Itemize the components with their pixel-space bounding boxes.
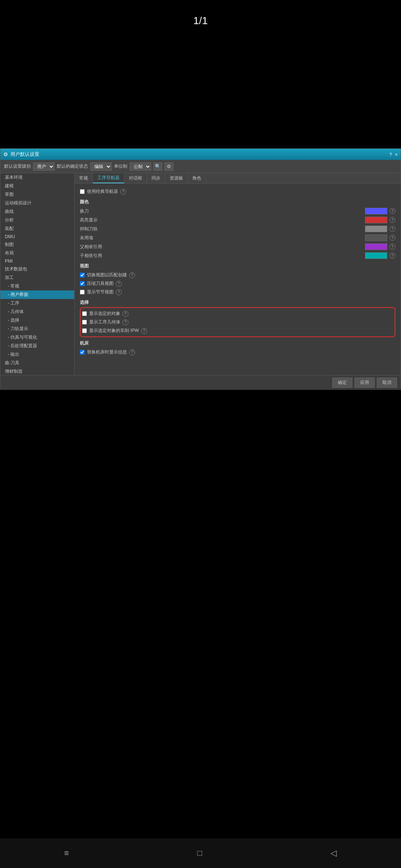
color-help[interactable]: ? xyxy=(389,253,395,259)
apply-button[interactable]: 应用 xyxy=(355,378,375,388)
view-help[interactable]: ? xyxy=(129,272,135,278)
tab-同步[interactable]: 同步 xyxy=(147,173,165,183)
color-row: 父相依引用 ? xyxy=(80,242,395,251)
view-section-header: 视图 xyxy=(80,263,395,269)
classic-navigator-checkbox[interactable] xyxy=(80,189,85,194)
default-level-select[interactable]: 用户 xyxy=(33,162,55,171)
selection-checkbox-row[interactable]: 显示选定的对象 ? xyxy=(82,309,393,318)
color-help[interactable]: ? xyxy=(389,208,395,214)
tree-item[interactable]: 曲线 xyxy=(0,207,74,216)
tree-item[interactable]: - 工序 xyxy=(0,299,74,308)
close-button[interactable]: × xyxy=(395,152,398,157)
back-nav-icon[interactable]: ◁ xyxy=(330,848,337,858)
tree-item[interactable]: - 常规 xyxy=(0,282,74,290)
view-checkbox-row[interactable]: 切换视图以匹配创建 ? xyxy=(80,271,395,279)
classic-navigator-row[interactable]: 使用经典导航器 ? xyxy=(80,187,395,196)
confirmed-state-select[interactable]: 编辑 xyxy=(90,162,112,171)
tree-item[interactable]: - 刀轨显示 xyxy=(0,325,74,333)
view-checkbox-row[interactable]: 压缩刀具视图 ? xyxy=(80,279,395,288)
tree-item[interactable]: 基本环境 xyxy=(0,173,74,182)
selection-help[interactable]: ? xyxy=(123,319,128,325)
machine-help[interactable]: ? xyxy=(129,349,135,355)
settings-toolbar-button[interactable]: ⚙ xyxy=(164,162,173,171)
selection-checkbox[interactable] xyxy=(82,311,87,316)
tree-item[interactable]: PMI xyxy=(0,257,74,265)
tree-item[interactable]: 加工 xyxy=(0,273,74,282)
cancel-button[interactable]: 取消 xyxy=(377,378,397,388)
title-bar: ⚙ 用户默认设置 ? × xyxy=(0,149,401,160)
color-help[interactable]: ? xyxy=(389,226,395,232)
tree-item[interactable]: 草图 xyxy=(0,190,74,199)
tab-角色[interactable]: 角色 xyxy=(188,173,206,183)
tree-item[interactable]: 运动模拟设计 xyxy=(0,199,74,207)
tree-item[interactable]: - 几何体 xyxy=(0,308,74,316)
machine-section-header: 机床 xyxy=(80,340,395,346)
help-button[interactable]: ? xyxy=(389,152,392,157)
tree-item[interactable]: 建模 xyxy=(0,182,74,190)
tree-item[interactable]: - 仿真与可视化 xyxy=(0,333,74,342)
color-swatch[interactable] xyxy=(365,226,387,232)
color-swatch[interactable] xyxy=(365,252,387,259)
machine-items: 替换机床时显示信息 ? xyxy=(80,348,395,356)
unit-select[interactable]: 公制 xyxy=(130,162,151,171)
color-help[interactable]: ? xyxy=(389,217,395,223)
tab-工序导航器[interactable]: 工序导航器 xyxy=(93,173,124,183)
color-swatch[interactable] xyxy=(365,208,387,214)
tree-item[interactable]: - 输出 xyxy=(0,350,74,359)
view-help[interactable]: ? xyxy=(116,289,122,295)
color-row: 换刀 ? xyxy=(80,207,395,216)
default-level-label: 默认设置级别 xyxy=(4,163,31,170)
color-row: 子相依引用 ? xyxy=(80,251,395,260)
color-help[interactable]: ? xyxy=(389,235,395,241)
view-help[interactable]: ? xyxy=(116,281,122,287)
selection-help[interactable]: ? xyxy=(123,311,128,317)
right-content: 使用经典导航器 ? 颜色 换刀 ? 高亮显示 ? 抑制刀轨 ? 未用项 ? 父相… xyxy=(75,184,401,375)
tree-item[interactable]: 增材制造 xyxy=(0,367,74,375)
selection-checkbox-row[interactable]: 显示选定对象的车削 IPW ? xyxy=(82,326,393,335)
tree-item[interactable]: 曲·刀具 xyxy=(0,359,74,367)
tab-常规[interactable]: 常规 xyxy=(75,173,93,183)
page-indicator: 1/1 xyxy=(193,15,208,27)
home-nav-icon[interactable]: □ xyxy=(197,848,202,858)
classic-navigator-help[interactable]: ? xyxy=(120,189,126,195)
search-toolbar-button[interactable]: 🔍 xyxy=(153,162,162,171)
machine-label: 替换机床时显示信息 xyxy=(87,349,127,355)
color-items: 换刀 ? 高亮显示 ? 抑制刀轨 ? 未用项 ? 父相依引用 ? 子相依引用 ? xyxy=(80,207,395,260)
color-help[interactable]: ? xyxy=(389,244,395,250)
view-checkbox[interactable] xyxy=(80,281,85,286)
selection-label: 显示工序几何体 xyxy=(89,319,120,325)
view-checkbox-row[interactable]: 显示节节视图 ? xyxy=(80,288,395,296)
tree-item[interactable]: 技术数据包 xyxy=(0,265,74,273)
ok-button[interactable]: 确定 xyxy=(332,378,352,388)
tree-item[interactable]: 布局 xyxy=(0,249,74,257)
view-checkbox[interactable] xyxy=(80,290,85,295)
selection-checkbox-row[interactable]: 显示工序几何体 ? xyxy=(82,318,393,326)
color-section-header: 颜色 xyxy=(80,199,395,205)
selection-help[interactable]: ? xyxy=(141,328,147,334)
tree-item[interactable]: 分析 xyxy=(0,216,74,224)
menu-nav-icon[interactable]: ≡ xyxy=(64,848,69,858)
selection-checkbox[interactable] xyxy=(82,320,87,325)
tree-item[interactable]: 装配 xyxy=(0,224,74,233)
dialog-title: 用户默认设置 xyxy=(10,151,386,158)
tab-对话框[interactable]: 对话框 xyxy=(124,173,147,183)
tab-资源板[interactable]: 资源板 xyxy=(165,173,188,183)
tree-item[interactable]: - 用户界面 xyxy=(0,290,74,299)
selection-checkbox[interactable] xyxy=(82,328,87,333)
machine-checkbox-row[interactable]: 替换机床时显示信息 ? xyxy=(80,348,395,356)
main-content: 基本环境建模草图运动模拟设计曲线分析装配DMU制图布局PMI技术数据包加工- 常… xyxy=(0,173,401,375)
tree-item[interactable]: DMU xyxy=(0,233,74,240)
selection-items: 显示选定的对象 ? 显示工序几何体 ? 显示选定对象的车削 IPW ? xyxy=(82,309,393,335)
color-swatch[interactable] xyxy=(365,217,387,223)
view-checkbox[interactable] xyxy=(80,273,85,277)
color-swatch[interactable] xyxy=(365,234,387,241)
gear-icon: ⚙ xyxy=(3,151,8,157)
machine-checkbox[interactable] xyxy=(80,350,85,355)
color-swatch[interactable] xyxy=(365,243,387,250)
tree-item[interactable]: - 后处理配置器 xyxy=(0,342,74,350)
tree-item[interactable]: - 选择 xyxy=(0,316,74,325)
color-row: 高亮显示 ? xyxy=(80,216,395,224)
right-panel: 常规工序导航器对话框同步资源板角色 使用经典导航器 ? 颜色 换刀 ? 高亮显示… xyxy=(75,173,401,375)
tree-item[interactable]: 制图 xyxy=(0,240,74,249)
color-label: 未用项 xyxy=(80,235,365,241)
